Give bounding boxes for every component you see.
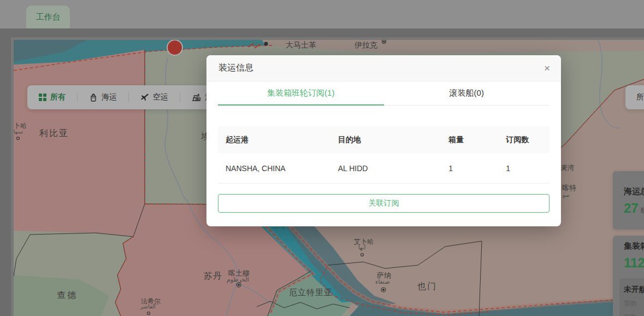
col-container-qty: 箱量	[441, 135, 498, 145]
table-cell: 1	[441, 164, 498, 173]
table-row[interactable]: NANSHA, CHINAAL HIDD11	[218, 153, 550, 184]
shipment-info-modal: 装运信息 × 集装箱班轮订阅(1) 滚装船(0) 起运港 目的地 箱量 订阅数 …	[206, 55, 561, 226]
shipment-table: 起运港 目的地 箱量 订阅数 NANSHA, CHINAAL HIDD11	[218, 126, 550, 184]
modal-tabs: 集装箱班轮订阅(1) 滚装船(0)	[218, 81, 550, 106]
close-icon[interactable]: ×	[544, 63, 550, 73]
tab-container-liner-subscription[interactable]: 集装箱班轮订阅(1)	[218, 81, 384, 105]
col-subscriptions: 订阅数	[498, 135, 550, 145]
table-cell: AL HIDD	[330, 164, 441, 173]
associate-subscription-button[interactable]: 关联订阅	[218, 194, 550, 213]
active-tab-indicator	[218, 104, 384, 106]
col-origin-port: 起运港	[218, 135, 330, 145]
tab-roro-ship[interactable]: 滚装船(0)	[384, 81, 550, 105]
modal-title: 装运信息	[218, 62, 253, 74]
modal-header: 装运信息 ×	[206, 55, 561, 81]
table-cell: 1	[498, 164, 550, 173]
table-cell: NANSHA, CHINA	[218, 164, 330, 173]
shipment-table-body: NANSHA, CHINAAL HIDD11	[218, 153, 550, 184]
table-header-row: 起运港 目的地 箱量 订阅数	[218, 126, 550, 153]
col-destination: 目的地	[330, 135, 441, 145]
